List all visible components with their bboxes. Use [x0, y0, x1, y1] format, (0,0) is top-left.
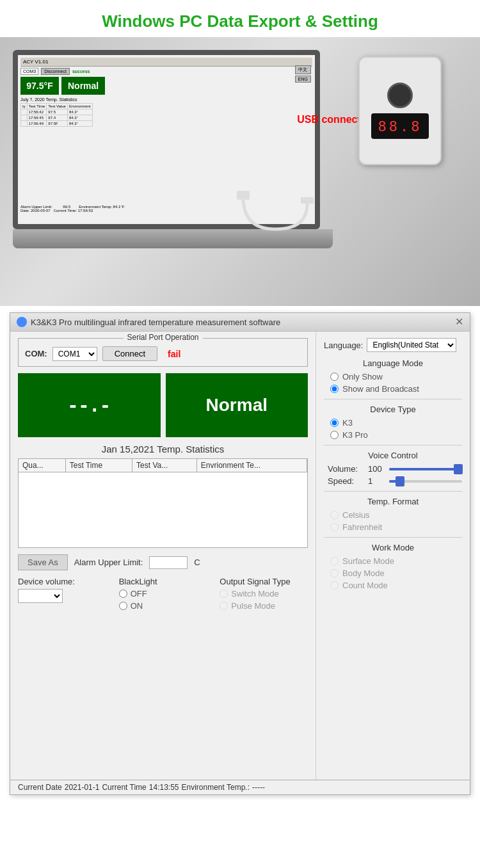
speed-value: 1 — [368, 476, 384, 486]
surface-mode-radio[interactable] — [330, 557, 339, 565]
surface-mode-item[interactable]: Surface Mode — [330, 556, 462, 566]
software-window: K3&K3 Pro multilingual infrared temperat… — [10, 312, 470, 795]
divider-2 — [324, 445, 462, 446]
only-show-item[interactable]: Only Show — [330, 372, 462, 382]
language-select[interactable]: English(United Stat Chinese — [367, 338, 456, 352]
screen-normal-display: Normal — [61, 77, 105, 95]
volume-slider-fill — [389, 468, 458, 470]
screen-zh-btn: 中文 — [295, 65, 311, 74]
k3pro-radio[interactable] — [330, 431, 339, 439]
laptop-placeholder: ACY V1.01 COM3 Disconnect success 中文 ENG… — [0, 37, 480, 306]
screen-disconnect-btn[interactable]: Disconnect — [41, 68, 70, 75]
speed-row: Speed: 1 — [328, 476, 462, 486]
k3pro-item[interactable]: K3 Pro — [330, 430, 462, 440]
output-signal-group: Output Signal Type Switch Mode Pulse Mod… — [220, 577, 308, 611]
alarm-input[interactable] — [149, 556, 188, 569]
output-signal-radio-group: Switch Mode Pulse Mode — [220, 589, 308, 611]
current-time-label: Current Time — [102, 783, 146, 792]
svg-rect-1 — [301, 197, 314, 204]
fahrenheit-item[interactable]: Fahrenheit — [330, 522, 462, 532]
count-mode-item[interactable]: Count Mode — [330, 581, 462, 590]
save-as-button[interactable]: Save As — [18, 554, 68, 570]
only-show-radio[interactable] — [330, 373, 339, 381]
volume-slider-thumb[interactable] — [454, 464, 463, 474]
current-date-value: 2021-01-1 — [65, 783, 100, 792]
body-mode-radio[interactable] — [330, 569, 339, 577]
save-row: Save As Alarm Upper Limit: C — [18, 554, 308, 570]
language-row: Language: English(United Stat Chinese — [324, 338, 462, 352]
blacklight-off-item[interactable]: OFF — [119, 589, 207, 599]
device-type-radio-group: K3 K3 Pro — [330, 418, 462, 440]
switch-mode-radio[interactable] — [220, 590, 228, 598]
switch-mode-item[interactable]: Switch Mode — [220, 589, 308, 599]
temp-format-radio-group: Celsius Fahrenheit — [330, 510, 462, 532]
hero-image: ACY V1.01 COM3 Disconnect success 中文 ENG… — [0, 37, 480, 306]
k3-radio[interactable] — [330, 419, 339, 427]
device-volume-select[interactable] — [18, 589, 63, 603]
volume-value: 100 — [368, 464, 384, 474]
k3-label: K3 — [342, 418, 353, 428]
window-close-button[interactable]: ✕ — [455, 317, 463, 327]
k3pro-label: K3 Pro — [342, 430, 368, 440]
language-label: Language: — [324, 341, 363, 350]
page-title: Windows PC Data Export & Setting — [0, 6, 480, 34]
screen-eng-btn: ENG — [295, 76, 311, 83]
serial-row: COM: COM1 COM2 COM3 Connect fail — [25, 346, 301, 361]
screen-success: success — [72, 69, 90, 74]
pulse-mode-label: Pulse Mode — [231, 601, 275, 611]
work-mode-title: Work Mode — [324, 543, 462, 552]
blacklight-label: BlackLight — [119, 577, 207, 586]
fahrenheit-radio[interactable] — [330, 523, 339, 531]
right-panel: Language: English(United Stat Chinese La… — [316, 332, 470, 780]
celsius-radio[interactable] — [330, 511, 339, 519]
language-mode-radio-group: Only Show Show and Broadcast — [330, 372, 462, 394]
body-mode-item[interactable]: Body Mode — [330, 568, 462, 578]
thermometer-device: 88.8 — [358, 56, 454, 184]
count-mode-label: Count Mode — [342, 581, 388, 590]
celsius-item[interactable]: Celsius — [330, 510, 462, 520]
screen-com: COM3 — [20, 68, 38, 75]
screen-stats: July 7, 2020 Temp. Statistics tyTest Tim… — [20, 97, 312, 127]
screen-display-row: 97.5°F Normal — [20, 77, 312, 95]
speed-slider-track[interactable] — [389, 480, 462, 483]
svg-rect-0 — [237, 191, 250, 200]
blacklight-on-radio[interactable] — [119, 602, 127, 610]
volume-row: Volume: 100 — [328, 464, 462, 474]
alarm-label: Alarm Upper Limit: — [74, 558, 143, 567]
blacklight-group: BlackLight OFF ON — [119, 577, 207, 611]
temperature-display: --.- — [18, 373, 161, 437]
window-title: K3&K3 Pro multilingual infrared temperat… — [31, 317, 280, 327]
only-show-label: Only Show — [342, 372, 383, 382]
device-volume-label: Device volume: — [18, 577, 106, 586]
com-select[interactable]: COM1 COM2 COM3 — [52, 347, 97, 361]
pulse-mode-item[interactable]: Pulse Mode — [220, 601, 308, 611]
fahrenheit-label: Fahrenheit — [342, 522, 382, 532]
volume-label: Volume: — [328, 464, 363, 474]
pulse-mode-radio[interactable] — [220, 602, 228, 610]
temp-format-title: Temp. Format — [324, 497, 462, 506]
device-body: 88.8 — [358, 56, 442, 165]
bottom-controls: Device volume: BlackLight OFF — [18, 577, 308, 611]
count-mode-radio[interactable] — [330, 581, 339, 590]
volume-slider-track[interactable] — [389, 468, 462, 470]
current-time-value: 14:13:55 — [149, 783, 179, 792]
speed-slider-thumb[interactable] — [396, 476, 404, 486]
device-type-title: Device Type — [324, 405, 462, 414]
show-broadcast-radio[interactable] — [330, 385, 339, 393]
current-date-label: Current Date — [18, 783, 62, 792]
device-camera — [387, 83, 413, 108]
blacklight-on-label: ON — [131, 601, 143, 611]
k3-item[interactable]: K3 — [330, 418, 462, 428]
blacklight-off-radio[interactable] — [119, 590, 127, 598]
data-table-container: Qua... Test Time Test Va... Envrionment … — [18, 458, 308, 548]
blacklight-on-item[interactable]: ON — [119, 601, 207, 611]
show-broadcast-item[interactable]: Show and Broadcast — [330, 384, 462, 394]
celsius-label: Celsius — [342, 510, 370, 520]
work-mode-radio-group: Surface Mode Body Mode Count Mode — [330, 556, 462, 590]
device-display: 88.8 — [371, 113, 429, 139]
connect-button[interactable]: Connect — [102, 346, 157, 361]
window-body: Serial Port Operation COM: COM1 COM2 COM… — [10, 332, 470, 780]
alarm-unit: C — [194, 558, 200, 567]
connection-status: fail — [168, 349, 180, 359]
screen-right-btns: 中文 ENG — [295, 65, 311, 83]
